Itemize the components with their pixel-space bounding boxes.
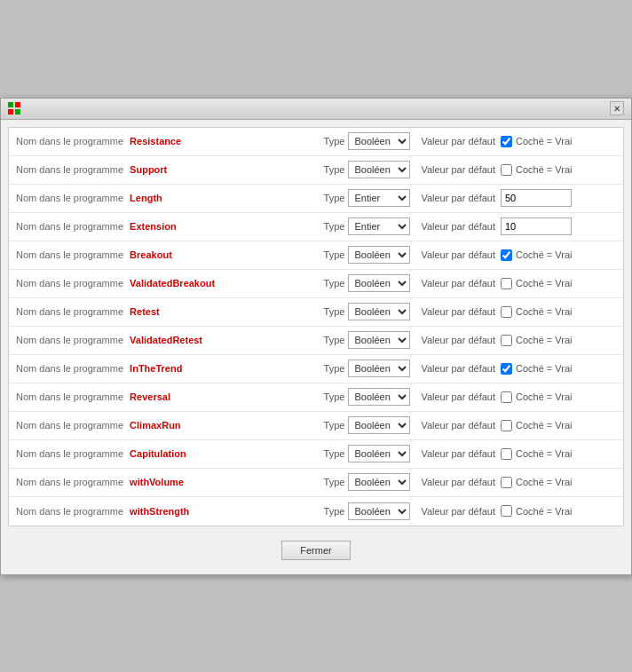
type-select[interactable]: BooléenEntierDécimal xyxy=(348,189,410,207)
param-row: Nom dans le programme BreakoutTypeBoolée… xyxy=(9,241,623,270)
coche-label: Coché = Vrai xyxy=(516,306,573,317)
type-label: Type xyxy=(324,363,345,374)
param-row: Nom dans le programme RetestTypeBooléenE… xyxy=(9,298,623,327)
param-name: ValidatedBreakout xyxy=(130,278,215,289)
default-label: Valeur par défaut xyxy=(421,506,495,517)
type-select[interactable]: BooléenEntierDécimal xyxy=(348,274,410,292)
param-label: Nom dans le programme Resistance xyxy=(16,136,181,146)
type-label: Type xyxy=(324,506,345,517)
type-select[interactable]: BooléenEntierDécimal xyxy=(348,416,410,434)
type-label: Type xyxy=(324,164,345,175)
default-checkbox[interactable] xyxy=(501,391,512,403)
content-area: Nom dans le programme ResistanceTypeBool… xyxy=(1,120,631,574)
param-label: Nom dans le programme Breakout xyxy=(16,249,172,260)
default-value-area: Coché = Vrai xyxy=(501,335,616,346)
coche-label: Coché = Vrai xyxy=(516,164,573,175)
param-row: Nom dans le programme ClimaxRunTypeBoolé… xyxy=(9,412,623,440)
param-label: Nom dans le programme withVolume xyxy=(16,477,184,487)
coche-label: Coché = Vrai xyxy=(516,249,573,260)
type-select[interactable]: BooléenEntierDécimal xyxy=(348,473,410,491)
default-value-area: Coché = Vrai xyxy=(501,448,616,460)
fermer-button[interactable]: Fermer xyxy=(281,541,350,560)
type-label: Type xyxy=(324,278,345,289)
default-label: Valeur par défaut xyxy=(421,278,495,289)
params-container: Nom dans le programme ResistanceTypeBool… xyxy=(8,127,624,526)
param-row: Nom dans le programme ReversalTypeBoolée… xyxy=(9,383,623,412)
type-label: Type xyxy=(324,391,345,402)
param-name: Breakout xyxy=(130,249,172,260)
default-checkbox[interactable] xyxy=(501,363,512,375)
param-label: Nom dans le programme ValidatedBreakout xyxy=(16,278,215,289)
default-checkbox[interactable] xyxy=(501,505,512,517)
coche-label: Coché = Vrai xyxy=(516,448,573,459)
app-icon xyxy=(8,102,20,115)
default-value-area: Coché = Vrai xyxy=(501,306,616,318)
default-value-area xyxy=(501,189,616,207)
type-select[interactable]: BooléenEntierDécimal xyxy=(348,161,410,178)
default-checkbox[interactable] xyxy=(501,420,512,431)
type-select[interactable]: BooléenEntierDécimal xyxy=(348,303,410,320)
svg-rect-2 xyxy=(8,109,13,115)
default-label: Valeur par défaut xyxy=(421,477,495,487)
param-label: Nom dans le programme Length xyxy=(16,193,162,203)
param-name: withStrength xyxy=(130,506,189,517)
coche-label: Coché = Vrai xyxy=(516,391,573,402)
default-checkbox[interactable] xyxy=(501,249,512,261)
title-bar: ✕ xyxy=(1,99,631,120)
default-text-input[interactable] xyxy=(501,217,572,235)
param-row: Nom dans le programme InTheTrendTypeBool… xyxy=(9,355,623,383)
param-name: Resistance xyxy=(130,136,181,146)
default-checkbox[interactable] xyxy=(501,306,512,318)
type-label: Type xyxy=(324,136,345,146)
default-label: Valeur par défaut xyxy=(421,420,495,431)
param-name: Capitulation xyxy=(130,448,186,459)
type-select[interactable]: BooléenEntierDécimal xyxy=(348,388,410,406)
param-name: ClimaxRun xyxy=(130,420,180,431)
param-row: Nom dans le programme withVolumeTypeBool… xyxy=(9,469,623,497)
type-label: Type xyxy=(324,306,345,317)
default-label: Valeur par défaut xyxy=(421,193,495,203)
param-name: InTheTrend xyxy=(130,363,182,374)
type-select[interactable]: BooléenEntierDécimal xyxy=(348,132,410,150)
default-checkbox[interactable] xyxy=(501,136,512,147)
default-checkbox[interactable] xyxy=(501,448,512,460)
default-value-area: Coché = Vrai xyxy=(501,391,616,403)
default-value-area: Coché = Vrai xyxy=(501,477,616,488)
default-text-input[interactable] xyxy=(501,189,572,207)
default-label: Valeur par défaut xyxy=(421,221,495,232)
coche-label: Coché = Vrai xyxy=(516,335,573,345)
default-label: Valeur par défaut xyxy=(421,164,495,175)
param-name: ValidatedRetest xyxy=(130,335,202,345)
coche-label: Coché = Vrai xyxy=(516,136,573,146)
default-checkbox[interactable] xyxy=(501,477,512,488)
default-label: Valeur par défaut xyxy=(421,249,495,260)
default-label: Valeur par défaut xyxy=(421,335,495,345)
param-label: Nom dans le programme Reversal xyxy=(16,391,170,402)
param-name: Reversal xyxy=(130,391,170,402)
default-value-area: Coché = Vrai xyxy=(501,249,616,261)
param-label: Nom dans le programme Retest xyxy=(16,306,160,317)
type-select[interactable]: BooléenEntierDécimal xyxy=(348,246,410,264)
type-select[interactable]: BooléenEntierDécimal xyxy=(348,445,410,462)
default-checkbox[interactable] xyxy=(501,278,512,289)
type-select[interactable]: BooléenEntierDécimal xyxy=(348,331,410,349)
default-value-area xyxy=(501,217,616,235)
default-label: Valeur par défaut xyxy=(421,363,495,374)
main-window: ✕ Nom dans le programme ResistanceTypeBo… xyxy=(0,98,632,575)
type-label: Type xyxy=(324,193,345,203)
default-value-area: Coché = Vrai xyxy=(501,164,616,176)
default-checkbox[interactable] xyxy=(501,164,512,176)
type-select[interactable]: BooléenEntierDécimal xyxy=(348,360,410,377)
param-name: Length xyxy=(130,193,162,203)
param-row: Nom dans le programme SupportTypeBooléen… xyxy=(9,156,623,185)
type-select[interactable]: BooléenEntierDécimal xyxy=(348,217,410,235)
type-select[interactable]: BooléenEntierDécimal xyxy=(348,502,410,520)
type-label: Type xyxy=(324,477,345,487)
param-row: Nom dans le programme withStrengthTypeBo… xyxy=(9,497,623,526)
svg-rect-0 xyxy=(8,102,13,107)
close-window-button[interactable]: ✕ xyxy=(610,101,624,115)
param-row: Nom dans le programme ValidatedRetestTyp… xyxy=(9,327,623,355)
param-row: Nom dans le programme ExtensionTypeBoolé… xyxy=(9,213,623,241)
param-row: Nom dans le programme LengthTypeBooléenE… xyxy=(9,185,623,213)
default-checkbox[interactable] xyxy=(501,335,512,346)
